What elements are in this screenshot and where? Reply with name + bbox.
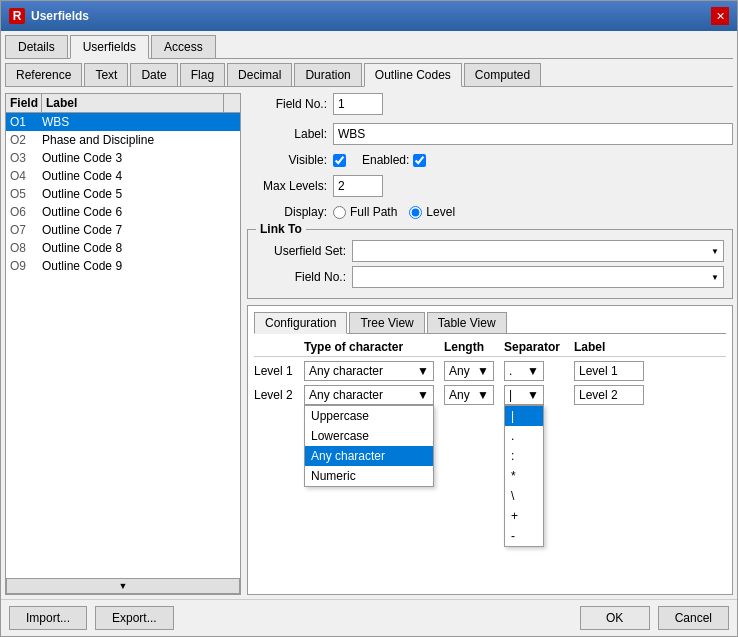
length-select-1[interactable]: Any ▼ (444, 361, 494, 381)
sep-dropdown-1: . ▼ (504, 361, 574, 381)
visible-checkbox[interactable] (333, 154, 346, 167)
tab-table-view[interactable]: Table View (427, 312, 507, 333)
config-section: Configuration Tree View Table View Type … (247, 305, 733, 595)
list-item[interactable]: O2 Phase and Discipline (6, 131, 240, 149)
list-item[interactable]: O9 Outline Code 9 (6, 257, 240, 275)
col-header-label: Label (574, 340, 726, 354)
tab-reference[interactable]: Reference (5, 63, 82, 86)
field-cell: O8 (10, 241, 42, 255)
enabled-checkbox[interactable] (413, 154, 426, 167)
tab-access[interactable]: Access (151, 35, 216, 58)
sep-item-pipe[interactable]: | (505, 406, 543, 426)
radio-level[interactable]: Level (409, 205, 455, 219)
list-item[interactable]: O8 Outline Code 8 (6, 239, 240, 257)
enabled-label: Enabled: (362, 153, 409, 167)
label-cell: Outline Code 6 (42, 205, 122, 219)
length-dropdown-1: Any ▼ (444, 361, 504, 381)
type-value-2: Any character (309, 388, 383, 402)
length-select-2[interactable]: Any ▼ (444, 385, 494, 405)
label-field-2[interactable] (574, 385, 644, 405)
left-buttons: Import... Export... (9, 606, 174, 630)
tab-date[interactable]: Date (130, 63, 177, 86)
sep-item-minus[interactable]: - (505, 526, 543, 546)
field-no2-dropdown[interactable]: ▼ (352, 266, 724, 288)
right-panel: Field No.: Label: Visible: (247, 93, 733, 595)
popup-item-any-char[interactable]: Any character (305, 446, 433, 466)
import-button[interactable]: Import... (9, 606, 87, 630)
list-item[interactable]: O4 Outline Code 4 (6, 167, 240, 185)
tab-computed[interactable]: Computed (464, 63, 541, 86)
field-cell: O1 (10, 115, 42, 129)
popup-item-uppercase[interactable]: Uppercase (305, 406, 433, 426)
tab-text[interactable]: Text (84, 63, 128, 86)
display-row: Display: Full Path Level (247, 205, 733, 219)
radio-level-input[interactable] (409, 206, 422, 219)
main-area: Reference Text Date Flag Decimal Duratio… (5, 63, 733, 595)
display-radio-group: Full Path Level (333, 205, 455, 219)
label-field-1[interactable] (574, 361, 644, 381)
export-button[interactable]: Export... (95, 606, 174, 630)
sep-item-dot[interactable]: . (505, 426, 543, 446)
sep-item-plus[interactable]: + (505, 506, 543, 526)
type-arrow-2-icon: ▼ (417, 388, 429, 402)
field-list: Field Label O1 WBS O2 Phase and Discipli… (5, 93, 241, 595)
label-cell: Phase and Discipline (42, 133, 154, 147)
radio-full-path-input[interactable] (333, 206, 346, 219)
sep-select-1[interactable]: . ▼ (504, 361, 544, 381)
radio-full-path[interactable]: Full Path (333, 205, 397, 219)
length-value-1: Any (449, 364, 470, 378)
type-select-2[interactable]: Any character ▼ (304, 385, 434, 405)
list-item[interactable]: O7 Outline Code 7 (6, 221, 240, 239)
tab-tree-view[interactable]: Tree View (349, 312, 424, 333)
tab-flag[interactable]: Flag (180, 63, 225, 86)
userfield-set-row: Userfield Set: ▼ (256, 240, 724, 262)
tab-decimal[interactable]: Decimal (227, 63, 292, 86)
list-item[interactable]: O3 Outline Code 3 (6, 149, 240, 167)
popup-item-lowercase[interactable]: Lowercase (305, 426, 433, 446)
userfield-set-dropdown[interactable]: ▼ (352, 240, 724, 262)
config-tab-bar: Configuration Tree View Table View (254, 312, 726, 334)
field-cell: O5 (10, 187, 42, 201)
col-header-length: Length (444, 340, 504, 354)
sep-item-asterisk[interactable]: * (505, 466, 543, 486)
label-input-2 (574, 385, 726, 405)
popup-item-numeric[interactable]: Numeric (305, 466, 433, 486)
sep-value-1: . (509, 364, 512, 378)
cancel-button[interactable]: Cancel (658, 606, 729, 630)
label-cell: Outline Code 4 (42, 169, 122, 183)
tab-details[interactable]: Details (5, 35, 68, 58)
tab-outline-codes[interactable]: Outline Codes (364, 63, 462, 87)
label-cell: WBS (42, 115, 69, 129)
field-cell: O6 (10, 205, 42, 219)
tab-duration[interactable]: Duration (294, 63, 361, 86)
dialog: R Userfields ✕ Details Userfields Access… (0, 0, 738, 637)
label-label: Label: (247, 127, 327, 141)
enabled-checkbox-group: Enabled: (362, 153, 426, 167)
list-item[interactable]: O1 WBS (6, 113, 240, 131)
label-row: Label: (247, 123, 733, 145)
sep-select-2[interactable]: | ▼ (504, 385, 544, 405)
close-button[interactable]: ✕ (711, 7, 729, 25)
length-arrow-1-icon: ▼ (477, 364, 489, 378)
scroll-down-btn[interactable]: ▼ (6, 578, 240, 594)
field-no-input[interactable] (333, 93, 383, 115)
tab-userfields[interactable]: Userfields (70, 35, 149, 59)
type-dropdown-1: Any character ▼ (304, 361, 444, 381)
ok-button[interactable]: OK (580, 606, 650, 630)
max-levels-input[interactable] (333, 175, 383, 197)
max-levels-label: Max Levels: (247, 179, 327, 193)
label-cell: Outline Code 8 (42, 241, 122, 255)
sep-item-colon[interactable]: : (505, 446, 543, 466)
app-icon: R (9, 8, 25, 24)
visible-row: Visible: Enabled: (247, 153, 733, 167)
list-item[interactable]: O5 Outline Code 5 (6, 185, 240, 203)
type-select-1[interactable]: Any character ▼ (304, 361, 434, 381)
field-cell: O2 (10, 133, 42, 147)
sep-item-backslash[interactable]: \ (505, 486, 543, 506)
tab-configuration[interactable]: Configuration (254, 312, 347, 334)
display-label: Display: (247, 205, 327, 219)
label-input[interactable] (333, 123, 733, 145)
list-item[interactable]: O6 Outline Code 6 (6, 203, 240, 221)
dropdown-arrow2-icon: ▼ (711, 273, 719, 282)
list-scroll-area[interactable]: O1 WBS O2 Phase and Discipline O3 Outlin… (6, 113, 240, 578)
